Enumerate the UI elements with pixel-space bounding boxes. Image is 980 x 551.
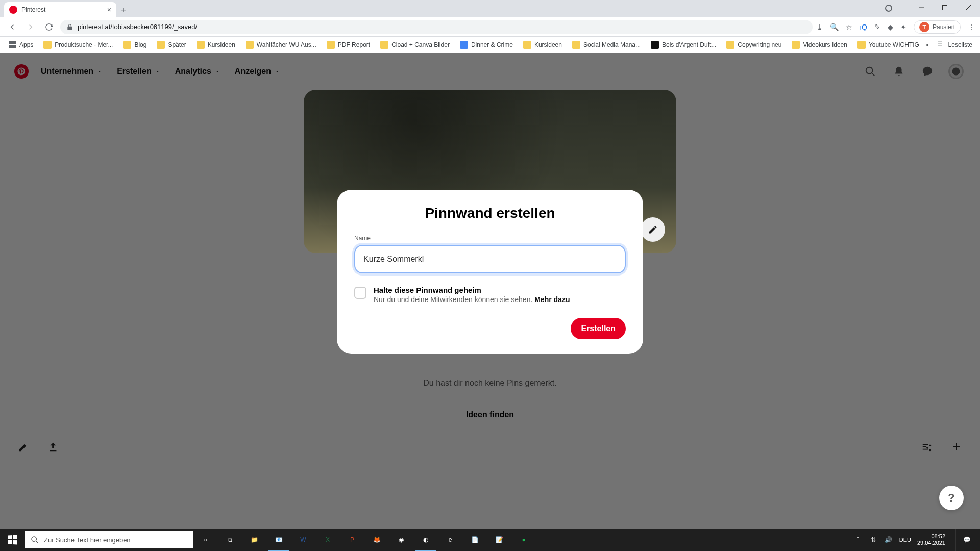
star-icon[interactable]: ☆ [846,23,852,31]
bookmark-label: Produktsuche - Mer... [55,41,113,48]
spotify-icon[interactable]: ● [511,529,536,551]
notepad-icon[interactable]: 📄 [462,529,487,551]
mail-icon[interactable]: 📧 [266,529,291,551]
create-board-modal: Pinnwand erstellen Name Halte diese Pinn… [337,190,643,354]
folder-icon [380,41,388,49]
minimize-button[interactable] [910,0,933,15]
search-icon [31,536,39,544]
file-explorer-icon[interactable]: 📁 [242,529,266,551]
url-bar[interactable]: pinterest.at/tobiasbecker061199/_saved/ [60,20,813,34]
volume-icon[interactable]: 🔊 [884,536,893,543]
bookmark-item[interactable]: Copywriting neu [722,39,786,51]
powerpoint-icon[interactable]: P [340,529,364,551]
create-button[interactable]: Erstellen [571,318,626,339]
back-button[interactable] [5,20,19,34]
bookmark-item[interactable]: Social Media Mana... [568,39,645,51]
pinterest-favicon [9,6,17,14]
avatar-icon: T [919,22,929,32]
svg-rect-1 [943,6,947,10]
add-icon[interactable] [947,438,966,456]
obs-icon[interactable]: ◉ [389,529,413,551]
folder-icon [792,41,800,49]
profile-right-actions [918,438,966,456]
address-bar: pinterest.at/tobiasbecker061199/_saved/ … [0,17,980,37]
profile-chip[interactable]: T Pausiert [914,20,961,34]
time-text: 08:52 [917,533,945,540]
reading-list[interactable]: ☰Leseliste [933,39,976,51]
network-icon[interactable]: ⇅ [869,536,878,543]
start-button[interactable] [0,529,24,551]
bookmark-item[interactable]: Kursideen [192,39,239,51]
account-switcher-icon[interactable] [885,5,892,12]
bookmark-label: Copywriting neu [738,41,781,48]
filter-icon[interactable] [918,438,936,456]
help-button[interactable]: ? [939,486,964,510]
tab-close-icon[interactable]: × [107,6,111,14]
folder-icon [246,41,254,49]
bookmark-item[interactable]: PDF Report [323,39,374,51]
edit-cover-button[interactable] [641,217,665,242]
board-name-input[interactable] [354,245,626,273]
language-indicator[interactable]: DEU [899,537,911,543]
cortana-icon[interactable]: ○ [193,529,217,551]
word-icon[interactable]: W [291,529,315,551]
secret-subtext: Nur du und deine Mitwirkenden können sie… [374,295,570,304]
tray-chevron-icon[interactable]: ˄ [853,536,863,543]
profile-left-actions [14,438,62,456]
edit-icon[interactable] [14,438,33,456]
edge-icon[interactable]: e [438,529,462,551]
clock[interactable]: 08:52 29.04.2021 [917,533,949,546]
bookmark-label: Videokurs Ideen [803,41,847,48]
extension-icon-2[interactable]: ◆ [888,23,893,31]
folder-icon [157,41,165,49]
modal-title: Pinnwand erstellen [354,205,626,221]
bookmark-item[interactable]: Wahlfächer WU Aus... [241,39,321,51]
chrome-icon[interactable]: ◐ [413,529,438,551]
bookmark-item[interactable]: Bois d'Argent Duft... [647,39,720,51]
bookmark-item[interactable]: Apps [5,39,37,51]
task-view-icon[interactable]: ⧉ [217,529,242,551]
grid-icon [9,41,16,48]
action-center-icon[interactable]: 💬 [955,529,978,551]
share-icon[interactable] [44,438,62,456]
extension-pin-icon[interactable]: ıQ [860,23,867,31]
new-tab-button[interactable]: + [116,3,131,17]
taskbar-search[interactable]: Zur Suche Text hier eingeben [24,531,193,548]
bookmark-item[interactable]: Blog [119,39,151,51]
secret-checkbox[interactable] [354,287,366,299]
install-icon[interactable]: ⤓ [817,23,823,31]
bookmark-item[interactable]: Videokurs Ideen [788,39,851,51]
notepad2-icon[interactable]: 📝 [487,529,511,551]
date-text: 29.04.2021 [917,540,945,546]
browser-titlebar: Pinterest × + [0,0,980,17]
window-controls [910,0,980,15]
bookmark-item[interactable]: Produktsuche - Mer... [39,39,117,51]
zoom-icon[interactable]: 🔍 [830,23,839,31]
kebab-menu-icon[interactable]: ⋮ [968,23,975,31]
reload-button[interactable] [42,20,56,34]
bookmark-item[interactable]: Cload + Canva Bilder [376,39,454,51]
close-window-button[interactable] [957,0,980,15]
system-tray: ˄ ⇅ 🔊 DEU 08:52 29.04.2021 💬 [853,529,980,551]
bookmarks-overflow-icon[interactable]: » [925,41,929,48]
bookmark-item[interactable]: Kursideen [519,39,566,51]
maximize-button[interactable] [933,0,957,15]
toolbar-actions: ⤓ 🔍 ☆ ıQ ✎ ◆ ✦ T Pausiert ⋮ [817,20,975,34]
extension-icon[interactable]: ✎ [874,23,880,31]
excel-icon[interactable]: X [315,529,340,551]
dark-icon [651,41,659,49]
bookmark-item[interactable]: Dinner & Crime [456,39,517,51]
folder-icon [43,41,52,49]
folder-icon [327,41,335,49]
forward-button[interactable] [23,20,38,34]
browser-tab[interactable]: Pinterest × [4,2,116,17]
learn-more-link[interactable]: Mehr dazu [534,295,570,304]
bookmark-item[interactable]: Später [153,39,190,51]
bookmark-label: Kursideen [534,41,562,48]
bookmark-label: Youtube WICHTIG [869,41,919,48]
folder-icon [197,41,205,49]
pause-label: Pausiert [933,23,955,31]
extensions-menu-icon[interactable]: ✦ [900,23,906,31]
bookmark-item[interactable]: Youtube WICHTIG [853,39,923,51]
firefox-icon[interactable]: 🦊 [364,529,389,551]
